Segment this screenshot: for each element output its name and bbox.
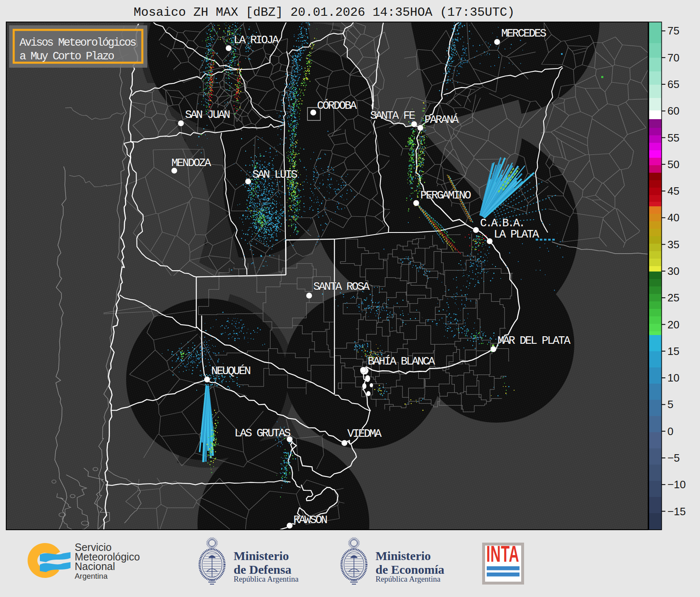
svg-text:Avisos Meteorológicos: Avisos Meteorológicos <box>20 37 136 49</box>
svg-text:0: 0 <box>668 425 673 438</box>
svg-text:SANTA ROSA: SANTA ROSA <box>313 281 370 293</box>
svg-text:MAR DEL PLATA: MAR DEL PLATA <box>498 335 571 347</box>
svg-text:20: 20 <box>668 318 680 331</box>
svg-text:−15: −15 <box>668 505 686 518</box>
svg-text:VIEDMA: VIEDMA <box>347 428 382 440</box>
svg-text:PERGAMINO: PERGAMINO <box>420 189 471 202</box>
svg-text:MENDOZA: MENDOZA <box>171 157 212 169</box>
svg-text:C.A.B.A.: C.A.B.A. <box>480 217 524 230</box>
svg-text:SANTA FE: SANTA FE <box>370 110 415 122</box>
svg-text:5: 5 <box>668 398 673 411</box>
svg-text:15: 15 <box>668 345 680 357</box>
svg-text:MERCEDES: MERCEDES <box>501 27 546 40</box>
svg-text:Mosaico ZH MAX [dBZ] 20.01.202: Mosaico ZH MAX [dBZ] 20.01.2026 14:35HOA… <box>134 5 515 20</box>
svg-text:60: 60 <box>668 105 680 117</box>
svg-text:30: 30 <box>668 265 680 277</box>
svg-text:−5: −5 <box>668 452 680 464</box>
svg-text:BAHÍA BLANCA: BAHÍA BLANCA <box>368 355 435 368</box>
svg-text:Ministerio: Ministerio <box>234 549 289 563</box>
svg-text:NEUQUÉN: NEUQUÉN <box>211 365 251 377</box>
svg-text:SAN LUIS: SAN LUIS <box>252 169 297 181</box>
svg-text:República Argentina: República Argentina <box>234 575 299 583</box>
svg-text:55: 55 <box>668 132 680 144</box>
svg-text:INTA: INTA <box>486 541 519 567</box>
svg-text:República Argentina: República Argentina <box>376 575 441 583</box>
svg-text:35: 35 <box>668 238 680 251</box>
svg-text:LAS GRUTAS: LAS GRUTAS <box>234 427 290 440</box>
svg-text:LA PLATA: LA PLATA <box>494 228 539 241</box>
svg-text:Nacional: Nacional <box>75 560 115 572</box>
svg-text:PARANÁ: PARANÁ <box>424 113 459 126</box>
svg-text:10: 10 <box>668 372 680 384</box>
svg-text:CÓRDOBA: CÓRDOBA <box>317 99 357 112</box>
svg-text:45: 45 <box>668 185 680 197</box>
svg-text:a Muy Corto Plazo: a Muy Corto Plazo <box>20 50 114 63</box>
svg-text:RAWSON: RAWSON <box>293 514 327 526</box>
svg-text:Ministerio: Ministerio <box>376 549 431 563</box>
svg-text:LA RIOJA: LA RIOJA <box>234 34 279 46</box>
svg-text:−10: −10 <box>668 478 686 491</box>
svg-text:40: 40 <box>668 211 680 224</box>
svg-text:65: 65 <box>668 78 680 91</box>
svg-text:50: 50 <box>668 158 680 171</box>
svg-text:Argentina: Argentina <box>75 572 108 580</box>
svg-text:SAN JUAN: SAN JUAN <box>185 109 230 121</box>
svg-text:25: 25 <box>668 291 680 304</box>
svg-text:75: 75 <box>668 24 680 37</box>
svg-text:70: 70 <box>668 51 680 64</box>
